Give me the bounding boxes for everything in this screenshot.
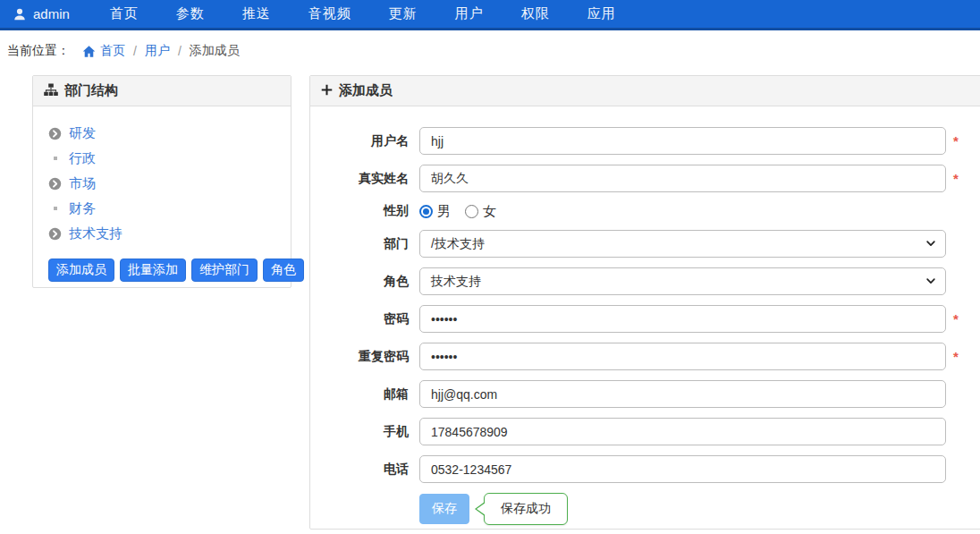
form-row-email: 邮箱	[310, 380, 980, 408]
gender-label: 性别	[310, 203, 409, 219]
mobile-input[interactable]	[419, 418, 946, 445]
tree-item-label: 财务	[69, 200, 96, 217]
tree-item-rd[interactable]: 研发	[48, 121, 276, 146]
chevron-circle-icon	[48, 177, 62, 191]
form-row-realname: 真实姓名 *	[310, 165, 980, 192]
form-row-password-repeat: 重复密码 *	[310, 343, 980, 370]
tree-item-finance[interactable]: 财务	[48, 196, 276, 221]
breadcrumb-link-users[interactable]: 用户	[145, 43, 170, 59]
nav-item-users[interactable]: 用户	[436, 5, 503, 22]
department-buttons: 添加成员 批量添加 维护部门 角色	[48, 259, 276, 282]
password-label: 密码	[310, 311, 409, 327]
tree-item-label: 行政	[69, 150, 96, 167]
user-name: admin	[33, 6, 70, 21]
tree-item-market[interactable]: 市场	[48, 171, 276, 196]
phone-label: 电话	[310, 462, 409, 478]
gender-option-label: 男	[437, 203, 451, 220]
department-panel-header: 部门结构	[33, 76, 291, 106]
nav-item-home[interactable]: 首页	[91, 5, 157, 22]
department-panel-title: 部门结构	[64, 82, 118, 99]
tree-item-label: 市场	[69, 175, 96, 192]
form-row-username: 用户名 *	[310, 127, 980, 155]
nav-item-apps[interactable]: 应用	[569, 5, 635, 22]
gender-radio-male[interactable]: 男	[419, 203, 451, 220]
tree-item-label: 技术支持	[69, 225, 122, 242]
breadcrumb-link-home[interactable]: 首页	[100, 43, 125, 59]
role-select-value: 技术支持	[431, 274, 481, 290]
breadcrumb: 当前位置： 首页 / 用户 / 添加成员	[0, 33, 980, 69]
tree-item-tech-support[interactable]: 技术支持	[48, 221, 276, 246]
form-row-role: 角色 技术支持	[310, 267, 980, 295]
breadcrumb-separator: /	[133, 44, 137, 58]
required-asterisk: *	[953, 172, 959, 185]
gender-radio-female[interactable]: 女	[465, 203, 496, 220]
breadcrumb-label: 当前位置：	[7, 43, 70, 59]
nav-item-params[interactable]: 参数	[157, 5, 224, 22]
chevron-circle-icon	[48, 127, 62, 140]
manage-department-button[interactable]: 维护部门	[191, 259, 258, 282]
tooltip-arrow	[477, 503, 486, 515]
department-select[interactable]: /技术支持	[419, 230, 946, 258]
department-panel: 部门结构 研发 行政 市场	[32, 75, 291, 288]
username-label: 用户名	[310, 133, 409, 149]
form-row-mobile: 手机	[310, 418, 980, 445]
user-menu[interactable]: admin	[0, 6, 82, 21]
bullet-icon	[48, 152, 62, 165]
save-button[interactable]: 保存	[419, 494, 469, 524]
role-button[interactable]: 角色	[263, 259, 304, 282]
add-member-form: 用户名 * 真实姓名 * 性别 男	[310, 106, 980, 534]
form-row-save: 保存 保存成功	[310, 493, 980, 525]
add-member-button[interactable]: 添加成员	[48, 259, 114, 282]
tree-item-label: 研发	[69, 125, 96, 142]
breadcrumb-separator: /	[178, 44, 182, 58]
nav-menu: 首页 参数 推送 音视频 更新 用户 权限 应用	[91, 5, 635, 22]
phone-input[interactable]	[419, 455, 946, 483]
username-input[interactable]	[419, 127, 946, 155]
home-icon	[82, 45, 96, 58]
email-label: 邮箱	[310, 386, 409, 403]
role-label: 角色	[310, 274, 409, 290]
password-repeat-input[interactable]	[419, 343, 946, 370]
nav-item-permissions[interactable]: 权限	[503, 5, 569, 22]
tree-item-admin[interactable]: 行政	[48, 146, 276, 171]
role-select[interactable]: 技术支持	[419, 267, 946, 295]
nav-item-audio-video[interactable]: 音视频	[290, 5, 370, 22]
chevron-circle-icon	[48, 227, 62, 241]
page: admin 首页 参数 推送 音视频 更新 用户 权限 应用 当前位置： 首页 …	[0, 0, 980, 534]
nav-item-push[interactable]: 推送	[224, 5, 290, 22]
breadcrumb-current: 添加成员	[190, 43, 240, 59]
form-row-phone: 电话	[310, 455, 980, 483]
password-repeat-label: 重复密码	[310, 349, 409, 365]
add-member-panel: 添加成员 用户名 * 真实姓名 * 性别 男	[309, 75, 980, 530]
required-asterisk: *	[953, 134, 959, 148]
email-input[interactable]	[419, 380, 946, 408]
chevron-down-icon	[925, 237, 936, 251]
password-input[interactable]	[419, 305, 946, 333]
radio-checked-icon	[419, 205, 433, 218]
navbar: admin 首页 参数 推送 音视频 更新 用户 权限 应用	[0, 0, 980, 30]
success-tooltip-text: 保存成功	[501, 501, 551, 515]
required-asterisk: *	[953, 312, 959, 326]
success-tooltip: 保存成功	[484, 493, 568, 525]
gender-option-label: 女	[483, 203, 496, 220]
nav-item-update[interactable]: 更新	[370, 5, 436, 22]
form-row-gender: 性别 男 女	[310, 202, 980, 220]
radio-unchecked-icon	[465, 205, 478, 218]
required-asterisk: *	[953, 350, 959, 363]
realname-input[interactable]	[419, 165, 946, 192]
bullet-icon	[48, 202, 62, 216]
sitemap-icon	[44, 83, 58, 99]
plus-icon	[321, 83, 333, 98]
department-tree: 研发 行政 市场 财务	[33, 106, 291, 296]
form-row-password: 密码 *	[310, 305, 980, 333]
user-icon	[13, 7, 27, 21]
form-row-department: 部门 /技术支持	[310, 230, 980, 258]
add-member-panel-title: 添加成员	[339, 82, 393, 99]
gender-radio-group: 男 女	[419, 202, 946, 220]
chevron-down-icon	[925, 275, 936, 289]
mobile-label: 手机	[310, 424, 409, 440]
realname-label: 真实姓名	[310, 171, 409, 187]
department-label: 部门	[310, 236, 409, 252]
batch-add-button[interactable]: 批量添加	[120, 259, 186, 282]
add-member-panel-header: 添加成员	[310, 76, 980, 106]
